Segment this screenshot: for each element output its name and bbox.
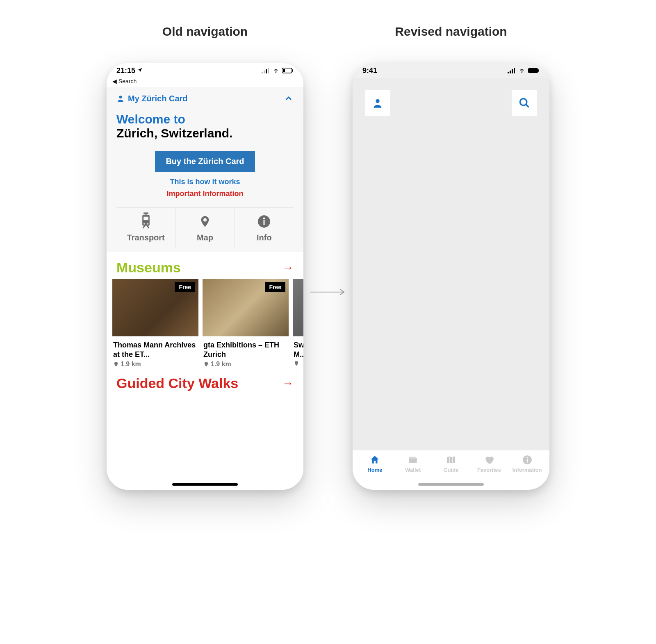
back-to-search[interactable]: ◀ Search [107,78,303,87]
pin-small-icon [203,361,209,367]
wallet-icon [408,454,418,465]
svg-rect-0 [262,72,263,73]
status-time: 9:41 [362,66,377,75]
nav-wallet[interactable]: Wallet [394,454,432,480]
svg-rect-13 [264,220,265,225]
svg-point-14 [263,217,265,219]
arrow-right-icon: → [282,377,294,390]
phone-revised: 9:41 [353,63,549,490]
svg-rect-26 [526,459,527,463]
museum-image: Free [203,279,289,336]
chevron-up-icon [284,94,294,103]
arrow-right-icon: → [282,261,294,274]
my-card-row[interactable]: My Zürich Card [116,94,294,103]
home-indicator [172,483,238,486]
revised-heading: Revised navigation [395,25,507,39]
svg-rect-16 [510,71,511,73]
museum-image [293,279,303,336]
svg-rect-17 [512,69,513,73]
svg-point-27 [526,457,528,458]
svg-rect-9 [144,217,148,220]
status-right [508,68,540,73]
museum-title: Sw M... [294,340,303,359]
museum-card[interactable]: Sw M... [293,279,303,368]
status-right [262,68,294,73]
svg-rect-19 [528,68,538,73]
home-indicator [418,483,484,486]
wifi-icon [272,68,280,73]
svg-rect-1 [264,71,265,73]
free-badge: Free [265,282,285,292]
person-icon [372,97,383,109]
welcome-block: Welcome to Zürich, Switzerland. [116,112,294,140]
pin-small-icon [113,361,119,367]
svg-rect-5 [283,69,285,72]
svg-rect-15 [508,72,509,73]
museum-distance [294,361,303,366]
svg-rect-2 [266,69,267,73]
museum-distance: 1.9 km [203,361,289,368]
person-icon [116,94,125,103]
museum-image: Free [112,279,198,336]
status-bar: 9:41 [353,63,549,78]
welcome-line2: Zürich, Switzerland. [116,126,294,140]
museums-header[interactable]: Museums → [107,252,303,279]
heart-icon [484,454,494,465]
pin-icon [198,212,212,231]
transition-arrow-icon [310,287,346,299]
museums-row[interactable]: Free Thomas Mann Archives at the ET... 1… [107,279,303,368]
phone-old: 21:15 ◀ Search [107,63,303,490]
svg-point-10 [143,223,145,225]
nav-transport[interactable]: Transport [116,208,175,248]
svg-rect-24 [409,457,416,458]
svg-rect-3 [268,68,269,73]
three-nav: Transport Map Info [116,207,294,248]
nav-info[interactable]: Info [235,208,294,248]
battery-icon [282,68,294,73]
nav-home[interactable]: Home [356,454,394,480]
cellular-icon [508,68,516,73]
my-card-label: My Zürich Card [128,94,188,103]
museum-title: gta Exhibitions – ETH Zurich [203,340,288,359]
museum-title: Thomas Mann Archives at the ET... [113,340,198,359]
search-button[interactable] [512,90,537,116]
svg-point-11 [147,223,148,225]
museum-card[interactable]: Free gta Exhibitions – ETH Zurich 1.9 km [203,279,289,368]
museum-card[interactable]: Free Thomas Mann Archives at the ET... 1… [112,279,198,368]
revised-column: Revised navigation 9:41 [353,25,549,490]
map-icon [446,454,456,465]
svg-rect-18 [514,68,515,73]
nav-map[interactable]: Map [175,208,234,248]
old-column: Old navigation 21:15 ◀ Search [107,25,303,490]
nav-information[interactable]: Information [508,454,546,480]
battery-icon [528,68,540,73]
svg-point-21 [376,99,379,103]
svg-point-7 [119,96,122,98]
info-icon [257,212,271,231]
info-circle-icon [522,454,533,465]
buy-card-button[interactable]: Buy the Zürich Card [155,151,255,172]
cellular-icon [262,68,270,73]
svg-rect-20 [538,69,539,72]
how-it-works-link[interactable]: This is how it works [116,178,294,186]
status-bar: 21:15 [107,63,303,78]
svg-point-22 [520,99,527,105]
important-info-link[interactable]: Important Information [116,190,294,198]
profile-button[interactable] [365,90,390,116]
old-heading: Old navigation [162,25,248,39]
home-icon [369,454,380,465]
museum-distance: 1.9 km [113,361,198,368]
location-arrow-icon [137,66,143,75]
search-icon [519,97,530,109]
nav-favorites[interactable]: Favorites [470,454,508,480]
free-badge: Free [175,282,195,292]
walks-header[interactable]: Guided City Walks → [107,368,303,395]
wifi-icon [518,68,526,73]
nav-guide[interactable]: Guide [432,454,470,480]
tram-icon [139,212,153,231]
svg-rect-6 [292,69,293,72]
welcome-line1: Welcome to [116,112,294,126]
pin-small-icon [294,361,299,366]
status-time: 21:15 [116,66,135,75]
